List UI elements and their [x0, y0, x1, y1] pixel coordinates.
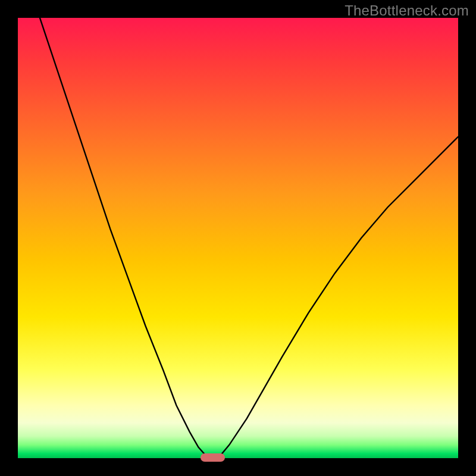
bottleneck-curve — [18, 18, 458, 458]
watermark-text: TheBottleneck.com — [345, 2, 469, 19]
chart-frame: TheBottleneck.com — [0, 0, 476, 476]
curve-right-branch — [218, 137, 458, 458]
curve-left-branch — [40, 18, 209, 458]
plot-area — [18, 18, 458, 458]
optimal-marker — [201, 453, 225, 462]
